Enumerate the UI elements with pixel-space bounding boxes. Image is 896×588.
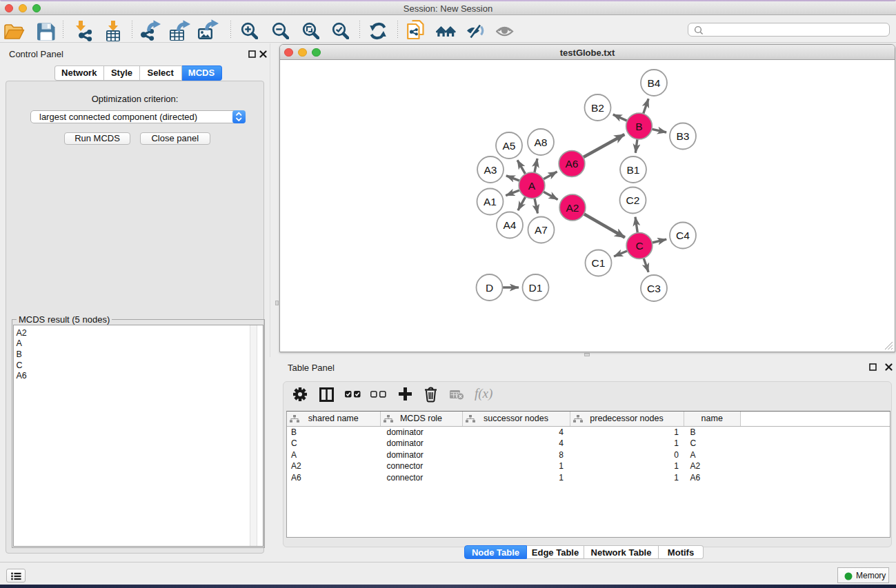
svg-text:A: A xyxy=(528,180,536,192)
svg-text:D: D xyxy=(486,282,493,294)
svg-text:A7: A7 xyxy=(535,224,548,236)
svg-text:A6: A6 xyxy=(566,158,579,170)
svg-text:C1: C1 xyxy=(592,257,606,269)
svg-text:C4: C4 xyxy=(676,230,690,241)
svg-text:B4: B4 xyxy=(648,77,661,89)
svg-text:B: B xyxy=(635,121,642,132)
svg-text:A2: A2 xyxy=(566,202,579,214)
svg-text:D1: D1 xyxy=(529,282,543,294)
svg-text:C3: C3 xyxy=(647,283,661,294)
svg-text:C2: C2 xyxy=(626,194,640,206)
svg-text:A8: A8 xyxy=(535,136,548,148)
svg-text:C: C xyxy=(635,240,643,252)
svg-text:B1: B1 xyxy=(627,164,640,176)
svg-text:B2: B2 xyxy=(591,102,604,114)
svg-text:A3: A3 xyxy=(484,164,497,176)
svg-text:B3: B3 xyxy=(677,130,690,142)
svg-text:A5: A5 xyxy=(503,140,516,152)
svg-text:A1: A1 xyxy=(484,196,497,207)
svg-text:A4: A4 xyxy=(504,219,517,231)
